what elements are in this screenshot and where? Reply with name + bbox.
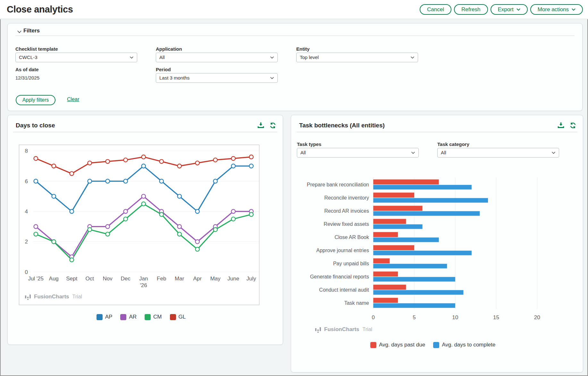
svg-text:Dec: Dec	[121, 276, 131, 282]
field-as-of-date: As of date 12/31/2025	[15, 66, 137, 81]
field-checklist-template: Checklist template CWCL-3	[15, 46, 137, 62]
field-label: As of date	[15, 66, 137, 73]
application-select[interactable]: All	[156, 53, 278, 62]
svg-text:Apr: Apr	[193, 276, 202, 282]
svg-text:2: 2	[25, 239, 28, 245]
task-bottlenecks-header: Task bottlenecks (All entities)	[297, 115, 577, 132]
task-category-select[interactable]: All	[437, 148, 559, 158]
filters-header[interactable]: Filters	[15, 23, 575, 36]
legend-item-avg-days-to-complete[interactable]: Avg. days to complete	[433, 342, 495, 348]
checklist-template-select[interactable]: CWCL-3	[15, 53, 137, 62]
svg-text:Jul '25: Jul '25	[28, 276, 44, 282]
legend-swatch	[145, 314, 151, 320]
chevron-down-icon	[130, 56, 133, 59]
cancel-button[interactable]: Cancel	[420, 4, 451, 15]
fusioncharts-logo-icon	[315, 326, 321, 333]
refresh-button[interactable]: Refresh	[454, 4, 488, 15]
chevron-down-icon	[270, 77, 274, 79]
refresh-icon[interactable]	[270, 122, 276, 129]
chevron-down-icon	[411, 56, 414, 59]
chevron-down-icon	[572, 8, 575, 11]
legend-item-ap[interactable]: AP	[97, 314, 113, 320]
svg-text:'26: '26	[140, 282, 147, 288]
task-types-select[interactable]: All	[297, 148, 419, 158]
legend-item-ar[interactable]: AR	[120, 314, 137, 320]
field-label: Task types	[297, 141, 419, 147]
chevron-down-icon	[17, 30, 21, 33]
days-to-close-legend: APARCMGL	[8, 314, 274, 320]
svg-text:Review fixed assets: Review fixed assets	[324, 221, 369, 227]
export-button[interactable]: Export	[491, 4, 528, 15]
svg-text:5: 5	[413, 314, 416, 320]
chevron-down-icon	[552, 152, 555, 154]
clear-filters-link[interactable]: Clear	[67, 97, 79, 102]
field-label: Application	[156, 46, 278, 52]
field-label: Period	[156, 66, 278, 73]
days-to-close-card: Days to close 86420Jul '25AugSeptOctNovD…	[7, 115, 283, 345]
svg-text:Prepare bank reconciliation: Prepare bank reconciliation	[307, 182, 369, 187]
svg-text:Sept: Sept	[66, 276, 77, 282]
fusioncharts-logo-icon	[25, 294, 31, 300]
svg-text:10: 10	[452, 314, 458, 320]
chevron-down-icon	[517, 8, 520, 11]
svg-text:8: 8	[25, 148, 28, 154]
legend-label: GL	[179, 314, 186, 320]
legend-item-gl[interactable]: GL	[170, 314, 186, 320]
svg-text:May: May	[210, 276, 221, 282]
task-bottlenecks-title: Task bottlenecks (All entities)	[299, 122, 385, 129]
svg-text:Aug: Aug	[49, 276, 59, 282]
svg-text:Nov: Nov	[103, 276, 113, 282]
svg-text:20: 20	[534, 314, 540, 320]
svg-text:0: 0	[372, 314, 375, 320]
header-actions: Cancel Refresh Export More actions	[420, 4, 583, 15]
refresh-icon[interactable]	[570, 122, 576, 129]
field-application: Application All	[156, 46, 278, 62]
download-icon[interactable]	[257, 122, 264, 129]
entity-select[interactable]: Top level	[296, 53, 418, 62]
svg-text:4: 4	[25, 209, 28, 215]
field-entity: Entity Top level	[296, 46, 418, 62]
svg-text:July: July	[247, 276, 256, 282]
days-to-close-chart: 86420Jul '25AugSeptOctNovDecJan'26FebMar…	[19, 145, 259, 305]
legend-swatch	[97, 314, 103, 320]
svg-text:Jan: Jan	[139, 276, 148, 282]
more-actions-button[interactable]: More actions	[530, 4, 583, 15]
field-label: Task category	[437, 141, 559, 147]
legend-label: Avg. days to complete	[442, 342, 495, 348]
page: Close analytics Cancel Refresh Export Mo…	[0, 0, 588, 376]
page-title: Close analytics	[7, 0, 73, 19]
app-bar: Close analytics Cancel Refresh Export Mo…	[0, 0, 588, 19]
svg-text:Reconcile inventory: Reconcile inventory	[324, 195, 369, 201]
svg-text:Close AR Book: Close AR Book	[334, 235, 369, 240]
svg-text:Mar: Mar	[175, 276, 184, 282]
legend-label: AR	[129, 314, 137, 320]
svg-text:Generate financial reports: Generate financial reports	[310, 274, 369, 279]
filters-title: Filters	[23, 28, 40, 34]
svg-text:Conduct internal audit: Conduct internal audit	[319, 287, 369, 293]
task-bottlenecks-legend: Avg. days past dueAvg. days to complete	[291, 342, 575, 348]
field-task-types: Task types All	[297, 141, 419, 158]
svg-text:15: 15	[493, 314, 499, 320]
field-task-category: Task category All	[437, 141, 559, 158]
apply-filters-button[interactable]: Apply filters	[16, 95, 55, 105]
svg-text:Task name: Task name	[344, 300, 369, 306]
legend-label: AP	[105, 314, 113, 320]
legend-item-avg-days-past-due[interactable]: Avg. days past due	[370, 342, 425, 348]
svg-text:Oct: Oct	[85, 276, 94, 282]
legend-label: Avg. days past due	[379, 342, 425, 348]
svg-text:0: 0	[25, 269, 28, 275]
fusioncharts-watermark: FusionCharts Trial	[315, 326, 372, 333]
legend-swatch	[170, 314, 176, 320]
svg-text:Record AR invoices: Record AR invoices	[324, 208, 369, 214]
field-label: Checklist template	[15, 46, 137, 52]
chevron-down-icon	[270, 56, 274, 59]
svg-text:6: 6	[25, 178, 28, 184]
period-select[interactable]: Last 3 months	[156, 73, 278, 83]
task-bottlenecks-card: Task bottlenecks (All entities) Task typ…	[291, 115, 583, 372]
legend-item-cm[interactable]: CM	[145, 314, 162, 320]
download-icon[interactable]	[558, 122, 564, 129]
svg-text:Approve journal entries: Approve journal entries	[316, 248, 369, 253]
legend-swatch	[370, 342, 376, 348]
days-to-close-title: Days to close	[16, 122, 55, 129]
field-label: Entity	[296, 46, 418, 52]
